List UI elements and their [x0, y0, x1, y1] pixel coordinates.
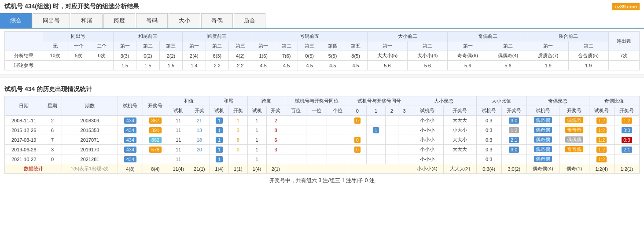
cell-hewei1: 3(3) — [113, 51, 136, 61]
stats-prize-ratio: 3:0(2) — [501, 164, 526, 174]
th-haoma1: 第一 — [252, 41, 275, 51]
cell-same0: 0 — [348, 135, 366, 145]
section-divider — [0, 74, 644, 77]
analysis-header-hewei: 和尾前三 — [113, 32, 182, 41]
cell-prize-ratio: 3:0 — [501, 145, 526, 154]
cell-prize: 391 — [143, 125, 168, 135]
cell-kuadu-prize: 3 — [266, 145, 285, 154]
cell-prize-oe: 奇奇偶 — [559, 145, 589, 154]
cell-daxiao1: 大大小(5) — [367, 51, 407, 61]
th-kuadu3: 第三 — [229, 41, 252, 51]
cell-hezhi-prize — [189, 154, 210, 164]
th-gewei: 个位 — [327, 106, 348, 116]
th-trial-ratio: 试机号 — [476, 106, 501, 116]
th-kuadu2: 第二 — [206, 41, 228, 51]
th-kuadu1: 第一 — [183, 41, 206, 51]
tab-跨度[interactable]: 跨度 — [103, 13, 135, 28]
analysis-header-jionou: 奇偶前二 — [448, 32, 528, 41]
cell-hezhi-trial: 11 — [168, 154, 189, 164]
th-hezhi-prize: 开奖 — [189, 106, 210, 116]
cell-week: 7 — [43, 135, 62, 145]
cell-prize-form: 小大小 — [444, 125, 477, 135]
th-same2: 2 — [385, 106, 398, 116]
cell-theory-hewei2: 1.5 — [136, 61, 159, 70]
cell-trial: 434 — [118, 116, 143, 125]
cell-kuadu-prize: 8 — [266, 125, 285, 135]
th-kuadu-prize: 开奖 — [266, 106, 285, 116]
th-baiwei: 百位 — [285, 106, 306, 116]
th-hezhi: 和值 — [168, 96, 210, 106]
cell-theory-kuadu1: 1.4 — [183, 61, 206, 70]
cell-hewei-prize — [228, 154, 247, 164]
tab-和尾[interactable]: 和尾 — [71, 13, 103, 28]
cell-kuadu-trial: 1 — [247, 154, 266, 164]
cell-same0 — [348, 125, 366, 135]
tab-奇偶[interactable]: 奇偶 — [201, 13, 233, 28]
cell-trial-oe: 偶奇偶 — [526, 145, 559, 154]
cell-hezhi-trial: 11 — [168, 145, 189, 154]
cell-lianshu: 7次 — [608, 51, 639, 61]
row-theory-label: 理论参考 — [5, 61, 43, 70]
th-week: 星期 — [43, 96, 62, 116]
cell-prize-oe — [559, 154, 589, 164]
th-hewei-trial: 试机 — [210, 106, 229, 116]
cell-hezhi-trial: 11 — [168, 125, 189, 135]
cell-baiwei — [285, 145, 306, 154]
cell-theory-zhihe2: 1.9 — [568, 61, 608, 70]
cell-haoma5: 8(5) — [344, 51, 367, 61]
cell-theory-daxiao1: 5.6 — [367, 61, 407, 70]
cell-haoma2: 7(6) — [275, 51, 298, 61]
stats-hezhi-trial: 11(4) — [168, 164, 189, 174]
th-wu: 无 — [43, 41, 67, 51]
th-haoma5: 第五 — [344, 41, 367, 51]
cell-trial-oe-ratio: 1:2 — [589, 135, 614, 145]
th-date: 日期 — [5, 96, 43, 116]
cell-gewei — [327, 116, 348, 125]
cell-same3 — [398, 145, 411, 154]
th-yige: 一个 — [67, 41, 90, 51]
tab-质合[interactable]: 质合 — [234, 13, 265, 28]
cell-hewei-trial: 1 — [210, 135, 229, 145]
th-daxiao1: 第一 — [367, 41, 407, 51]
cell-trial-form: 小小小 — [411, 116, 444, 125]
cell-tongchu1: 5次 — [67, 51, 90, 61]
tab-同出号[interactable]: 同出号 — [33, 13, 70, 28]
cell-prize-oe: 偶偶偶 — [559, 135, 589, 145]
tab-大小[interactable]: 大小 — [169, 13, 200, 28]
cell-date: 2021-10-22 — [5, 154, 43, 164]
cell-hewei2: 0(2) — [136, 51, 159, 61]
cell-baiwei — [285, 154, 306, 164]
cell-trial-oe-ratio: 1:2 — [589, 125, 614, 135]
th-prize-oe-ratio: 开奖号 — [614, 106, 639, 116]
cell-same1 — [367, 145, 385, 154]
th-jionou1: 第一 — [448, 41, 488, 51]
cell-issue: 2008309 — [62, 116, 118, 125]
cell-prize-ratio — [501, 154, 526, 164]
th-hewei3: 第三 — [159, 41, 182, 51]
cell-gewei — [327, 154, 348, 164]
th-prize-oe: 开奖号 — [559, 106, 589, 116]
th-trial-oe: 试机号 — [526, 106, 559, 116]
stats-trial-form: 小小小(4) — [411, 164, 444, 174]
th-hewei2: 第二 — [136, 41, 159, 51]
tab-综合[interactable]: 综合 — [0, 13, 32, 28]
th-same0: 0 — [348, 106, 366, 116]
tab-号码[interactable]: 号码 — [136, 13, 168, 28]
stats-prize-form: 大大大(2) — [444, 164, 477, 174]
cell-prize-form: 大大大 — [444, 116, 477, 125]
cell-shiwei — [306, 116, 327, 125]
analysis-section: 同出号 和尾前三 跨度前三 号码前五 大小前二 奇偶前二 质合前二 连出数 无 … — [0, 29, 644, 70]
cell-hewei-prize: 3 — [228, 125, 247, 135]
history-section: 日期 星期 期数 试机号 开奖号 和值 和尾 跨度 试机号与开奖号同位 试机号与… — [0, 96, 644, 187]
cell-prize-form: 大大小 — [444, 135, 477, 145]
analysis-header-empty — [5, 32, 43, 51]
cell-baiwei — [285, 125, 306, 135]
cell-issue: 2017071 — [62, 135, 118, 145]
th-zhihe1: 第一 — [528, 41, 568, 51]
th-same1: 1 — [367, 106, 385, 116]
cell-theory-hewei3: 1.5 — [159, 61, 182, 70]
cell-trial-ratio: 0:3 — [476, 154, 501, 164]
stats-prize-oe-ratio: 1:2(1) — [614, 164, 639, 174]
cell-prize: 578 — [143, 145, 168, 154]
cell-same2 — [385, 135, 398, 145]
